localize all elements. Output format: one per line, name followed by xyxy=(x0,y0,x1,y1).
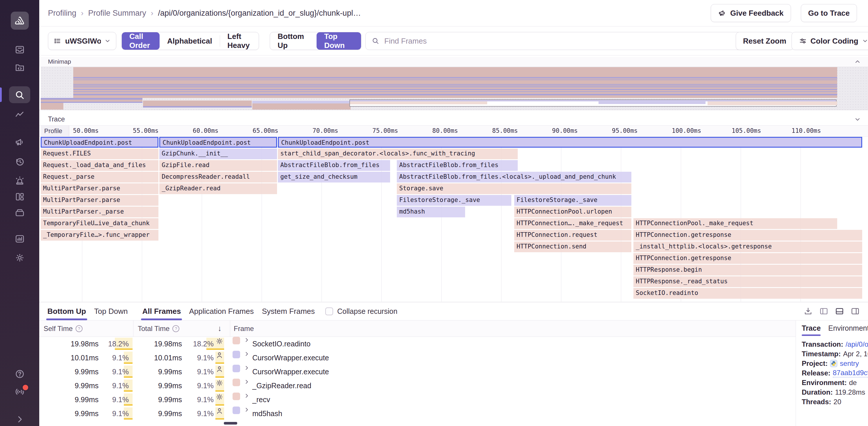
breadcrumb-profiling[interactable]: Profiling xyxy=(48,9,76,18)
reset-zoom-button[interactable]: Reset Zoom xyxy=(736,32,794,50)
flame-frame[interactable]: HTTPConnection.send xyxy=(514,241,631,252)
expand-chevron-icon[interactable] xyxy=(244,351,250,357)
flame-frame[interactable]: HTTPConnectionPool.urlopen xyxy=(514,207,631,217)
flame-frame[interactable]: _GzipReader.read xyxy=(159,183,277,194)
flame-frame[interactable]: TemporaryFileU…ive_data_chunk xyxy=(41,218,158,229)
flame-frame[interactable]: HTTPConnectionPool._make_request xyxy=(633,218,837,229)
projects-icon[interactable] xyxy=(14,63,25,73)
minimap-collapse-chevron-icon[interactable] xyxy=(854,58,861,65)
flame-frame[interactable]: HTTPConnection.request xyxy=(514,230,631,240)
expand-chevron-icon[interactable] xyxy=(244,337,250,343)
tab-top-down[interactable]: Top Down xyxy=(90,302,132,320)
flame-frame[interactable]: HTTPConnection…._make_request xyxy=(514,218,631,229)
detail-value[interactable]: /api/0/organizations/{organ… xyxy=(846,339,868,349)
direction-bottom-up-button[interactable]: Bottom Up xyxy=(270,32,316,50)
tab-system-frames[interactable]: System Frames xyxy=(258,302,319,320)
tab-bottom-up[interactable]: Bottom Up xyxy=(43,302,90,320)
flame-frame[interactable]: Request._parse xyxy=(41,172,158,183)
flame-frame[interactable]: MultiPartParser._parse xyxy=(41,207,158,217)
expand-chevron-icon[interactable] xyxy=(244,365,250,371)
releases-archive-icon[interactable] xyxy=(14,207,25,218)
flame-frame[interactable]: ChunkUploadEndpoint.post xyxy=(278,137,862,148)
flame-frame[interactable]: ChunkUploadEndpoint.post xyxy=(159,137,277,148)
layout-left-icon[interactable] xyxy=(819,306,829,316)
frame-table-row[interactable]: 9.99ms9.1%9.99ms9.1%_GzipReader.read xyxy=(39,379,796,393)
detail-value[interactable]: 87aab1d9cfa0 xyxy=(833,369,868,378)
collapse-recursion-checkbox[interactable] xyxy=(325,307,333,315)
color-coding-dropdown[interactable]: Color Coding xyxy=(792,32,868,50)
flame-frame[interactable]: MultiPartParser.parse xyxy=(41,195,158,206)
feedback-megaphone-icon[interactable] xyxy=(14,137,25,147)
details-tab-environment[interactable]: Environment xyxy=(828,324,868,336)
flame-frame[interactable]: AbstractFileBlob.from_files xyxy=(397,160,518,171)
frame-table-row[interactable]: 10.01ms9.1%10.01ms9.1%CursorWrapper.exec… xyxy=(39,351,796,365)
explore-search-icon[interactable] xyxy=(14,90,25,100)
flame-frame[interactable]: GzipFile.read xyxy=(159,160,277,171)
details-tab-trace[interactable]: Trace xyxy=(802,324,820,336)
performance-icon[interactable] xyxy=(14,109,25,120)
breadcrumb-profile-summary[interactable]: Profile Summary xyxy=(88,9,146,18)
flame-frame[interactable]: GzipChunk.__init__ xyxy=(159,149,277,159)
frame-table-row[interactable]: 9.99ms9.1%9.99ms9.1%_recv xyxy=(39,393,796,406)
flame-frame[interactable]: MultiPartParser.parse xyxy=(41,183,158,194)
alerts-siren-icon[interactable] xyxy=(14,175,25,186)
flame-frame[interactable]: Request.FILES xyxy=(41,149,158,159)
flame-frame[interactable]: SocketIO.readinto xyxy=(633,288,862,299)
flame-frame[interactable]: md5hash xyxy=(397,207,465,217)
frame-table-row[interactable]: 9.99ms9.1%9.99ms9.1%md5hash xyxy=(39,406,796,421)
flame-frame[interactable]: HTTPResponse.begin xyxy=(633,265,862,275)
self-time-header[interactable]: Self Time? xyxy=(43,321,83,336)
expand-chevron-icon[interactable] xyxy=(244,393,250,399)
sort-alphabetical-button[interactable]: Alphabetical xyxy=(160,32,220,50)
frame-table-row[interactable]: 9.99ms9.1%9.99ms9.1%CursorWrapper.execut… xyxy=(39,365,796,379)
frame-table-row[interactable]: 19.98ms18.2%19.98ms18.2%SocketIO.readint… xyxy=(39,337,796,351)
trace-collapse-chevron-icon[interactable] xyxy=(854,116,861,123)
layout-bottom-icon[interactable] xyxy=(835,306,844,316)
flame-frame[interactable]: HTTPConnection.getresponse xyxy=(633,253,862,264)
flame-frame[interactable]: Storage.save xyxy=(397,183,631,194)
detail-value[interactable]: sentry xyxy=(840,359,859,368)
total-time-header[interactable]: Total Time? xyxy=(138,321,179,336)
settings-gear-icon[interactable] xyxy=(14,253,25,263)
flame-frame[interactable]: _TemporaryFile…>.func_wrapper xyxy=(41,230,158,240)
sort-call-order-button[interactable]: Call Order xyxy=(122,32,160,50)
flame-frame[interactable]: ChunkUploadEndpoint.post xyxy=(41,137,158,148)
flamegraph-canvas[interactable]: ChunkUploadEndpoint.postChunkUploadEndpo… xyxy=(41,137,868,302)
dashboards-layout-icon[interactable] xyxy=(14,192,25,202)
issues-icon[interactable] xyxy=(14,44,25,55)
replays-clock-icon[interactable] xyxy=(14,157,25,167)
tab-application-frames[interactable]: Application Frames xyxy=(185,302,258,320)
flame-frame[interactable]: FilestoreStorage._save xyxy=(514,195,631,206)
expand-chevron-icon[interactable] xyxy=(244,406,250,413)
go-to-trace-button[interactable]: Go to Trace xyxy=(801,4,857,22)
help-tooltip-icon[interactable]: ? xyxy=(75,325,83,332)
flame-frame[interactable]: start_child_span_decorator.<locals>.func… xyxy=(278,149,518,159)
download-icon[interactable] xyxy=(803,306,813,316)
minimap-canvas[interactable] xyxy=(41,67,868,110)
sort-left-heavy-button[interactable]: Left Heavy xyxy=(220,32,259,50)
flame-frame[interactable]: AbstractFileBlob.from_files xyxy=(278,160,390,171)
flame-frame[interactable]: DecompressReader.readall xyxy=(159,172,277,183)
thread-selector-dropdown[interactable]: uWSGIWor… xyxy=(48,32,116,50)
tab-all-frames[interactable]: All Frames xyxy=(138,302,185,320)
expand-chevron-icon[interactable] xyxy=(244,379,250,385)
find-frames-input[interactable] xyxy=(384,36,751,46)
flame-frame[interactable]: Request._load_data_and_files xyxy=(41,160,158,171)
help-tooltip-icon[interactable]: ? xyxy=(173,325,179,332)
sort-descending-arrow-icon[interactable]: ↓ xyxy=(218,321,222,336)
horizontal-scrollbar-thumb[interactable] xyxy=(224,422,237,425)
flame-frame[interactable]: FilestoreStorage._save xyxy=(397,195,511,206)
flame-frame[interactable]: AbstractFileBlob.from_files.<locals>._up… xyxy=(397,172,631,183)
sidebar-collapse-chevron-icon[interactable] xyxy=(14,414,25,425)
minimap-selection[interactable] xyxy=(349,99,837,107)
direction-top-down-button[interactable]: Top Down xyxy=(316,32,361,50)
sentry-logo-icon[interactable] xyxy=(11,12,29,30)
flame-frame[interactable]: HTTPConnection.getresponse xyxy=(633,230,862,240)
flame-frame[interactable]: _install_httplib.<locals>.getresponse xyxy=(633,241,862,252)
layout-right-icon[interactable] xyxy=(850,306,860,316)
give-feedback-button[interactable]: Give Feedback xyxy=(711,4,791,22)
flame-frame[interactable]: get_size_and_checksum xyxy=(278,172,390,183)
flame-frame[interactable]: HTTPResponse._read_status xyxy=(633,276,862,287)
help-icon[interactable] xyxy=(14,369,25,379)
stats-icon[interactable] xyxy=(14,234,25,244)
